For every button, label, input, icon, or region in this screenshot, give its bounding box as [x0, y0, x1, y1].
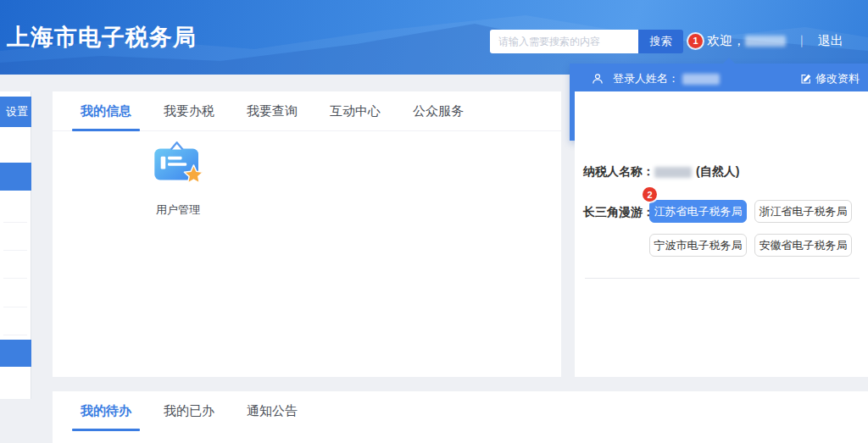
tab-public-services[interactable]: 公众服务 [404, 91, 472, 130]
taxpayer-name-label: 纳税人名称： [583, 164, 654, 180]
taxpayer-type: (自然人) [696, 164, 739, 180]
taxpayer-card: 纳税人名称： (自然人) 长三角漫游： 2 江苏省电子税务局 浙江省电子税务局 … [575, 91, 868, 377]
module-label: 用户管理 [147, 202, 209, 218]
edit-profile-label: 修改资料 [815, 71, 860, 86]
welcome-area: 1 欢迎， ｜ 退出 [688, 29, 843, 53]
tab-tax-handling[interactable]: 我要办税 [155, 91, 223, 130]
search-input[interactable] [490, 30, 638, 53]
page-title: 上海市电子税务局 [7, 22, 197, 53]
login-name-row: 登录人姓名： [592, 72, 720, 86]
tab-interaction-center[interactable]: 互动中心 [321, 91, 389, 130]
login-name-label: 登录人姓名： [613, 71, 679, 86]
header-search: 搜索 [490, 30, 683, 53]
roaming-label: 长三角漫游： [583, 205, 654, 220]
section-divider [585, 278, 860, 279]
bureau-button-zhejiang[interactable]: 浙江省电子税务局 [754, 200, 852, 223]
tab-inquiry[interactable]: 我要查询 [238, 91, 306, 130]
sidebar-divider [3, 250, 27, 251]
logout-button[interactable]: 退出 [818, 33, 843, 49]
pen-square-icon [800, 74, 811, 85]
panel-caret [722, 58, 736, 64]
user-name-redacted [745, 36, 786, 47]
sidebar-divider [3, 278, 27, 279]
search-button[interactable]: 搜索 [638, 30, 683, 53]
taxpayer-name-row: 纳税人名称： (自然人) [583, 164, 739, 180]
bureau-button-ningbo[interactable]: 宁波市电子税务局 [649, 234, 747, 257]
roaming-badge: 2 [643, 187, 657, 202]
login-name-redacted [682, 74, 720, 85]
taxpayer-name-redacted [654, 167, 692, 178]
edit-profile-button[interactable]: 修改资料 [800, 71, 860, 86]
sidebar-item-active-2[interactable] [0, 163, 31, 191]
bureau-button-anhui[interactable]: 安徽省电子税务局 [754, 234, 852, 257]
roaming-bureau-buttons: 江苏省电子税务局 浙江省电子税务局 宁波市电子税务局 安徽省电子税务局 [649, 200, 852, 257]
module-user-management[interactable]: 用户管理 [147, 140, 209, 218]
tasks-tab-bar: 我的待办 我的已办 通知公告 [53, 391, 868, 430]
page: 上海市电子税务局 搜索 1 欢迎， ｜ 退出 登录人姓名： [0, 0, 868, 443]
notification-badge: 1 [688, 34, 703, 48]
tab-notices[interactable]: 通知公告 [238, 391, 306, 430]
sidebar-item-active-3[interactable] [0, 340, 31, 367]
sidebar-divider [3, 335, 27, 335]
tab-my-done[interactable]: 我的已办 [155, 391, 223, 430]
main-card: 我的信息 我要办税 我要查询 互动中心 公众服务 用户管理 [53, 91, 561, 377]
tab-my-info[interactable]: 我的信息 [72, 91, 140, 130]
main-tab-bar: 我的信息 我要办税 我要查询 互动中心 公众服务 [53, 91, 561, 131]
bureau-button-jiangsu[interactable]: 江苏省电子税务局 [649, 200, 747, 223]
sidebar-menu: 设置 [0, 91, 31, 399]
sidebar-item-settings[interactable]: 设置 [0, 97, 31, 127]
tasks-card: 我的待办 我的已办 通知公告 [53, 391, 868, 443]
person-icon [592, 73, 604, 85]
separator: ｜ [796, 33, 808, 48]
welcome-label: 欢迎， [707, 33, 745, 49]
sidebar-divider [3, 222, 27, 223]
tab-my-todo[interactable]: 我的待办 [72, 391, 140, 430]
sidebar-divider [3, 307, 27, 307]
id-badge-star-icon [147, 140, 209, 189]
